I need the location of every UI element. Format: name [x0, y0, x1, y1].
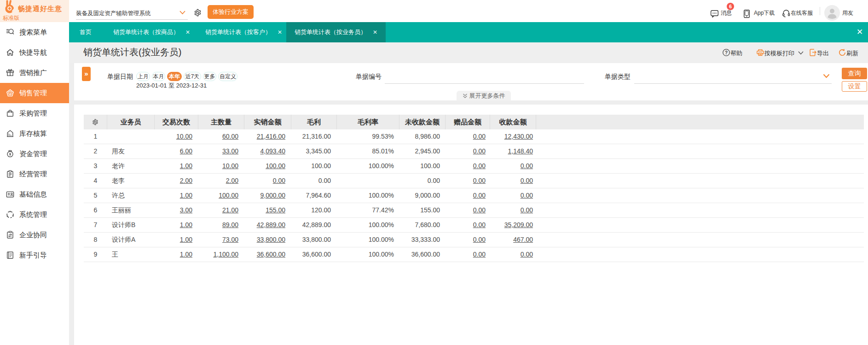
svg-text:?: ?: [725, 50, 728, 55]
